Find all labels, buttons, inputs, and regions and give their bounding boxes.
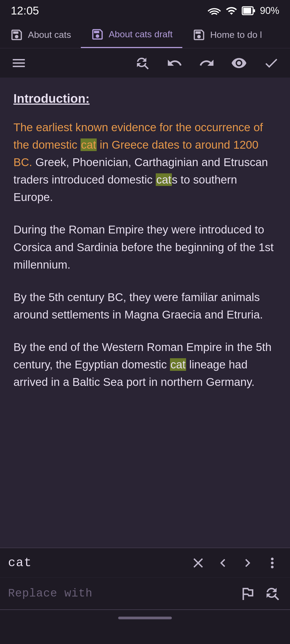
svg-rect-1 — [243, 8, 251, 14]
search-close-button[interactable] — [189, 553, 208, 573]
bottom-nav-bar — [0, 610, 290, 626]
para4-cat-green: cat — [170, 358, 186, 371]
tab-label-2: About cats draft — [109, 29, 173, 39]
tab-label-1: About cats — [28, 30, 71, 40]
document-area: Introduction: The earliest known evidenc… — [0, 78, 290, 547]
menu-icon — [11, 55, 27, 71]
redo-button[interactable] — [196, 52, 218, 74]
home-indicator[interactable] — [118, 617, 172, 619]
status-time: 12:05 — [11, 4, 39, 17]
undo-icon — [166, 55, 183, 71]
doc-para-2: During the Roman Empire they were introd… — [13, 221, 277, 273]
check-button[interactable] — [260, 52, 282, 74]
doc-para-4: By the end of the Western Roman Empire i… — [13, 338, 277, 391]
battery-icon — [242, 5, 256, 17]
chevron-left-icon — [215, 555, 231, 571]
para1-cat-orange-green: cat — [81, 138, 97, 151]
search-row: cat — [0, 548, 290, 578]
more-vert-icon — [264, 555, 280, 571]
check-icon — [263, 55, 279, 71]
search-query[interactable]: cat — [8, 556, 189, 570]
chevron-right-icon — [240, 555, 256, 571]
tab-save-icon-3 — [192, 28, 206, 42]
menu-button[interactable] — [8, 52, 30, 74]
close-icon — [190, 555, 206, 571]
tab-save-icon-2 — [90, 27, 104, 41]
tab-about-cats-draft[interactable]: About cats draft — [81, 21, 182, 48]
search-prev-button[interactable] — [213, 553, 233, 573]
search-next-button[interactable] — [238, 553, 257, 573]
para1-cats-green: cat — [156, 173, 172, 186]
doc-heading: Introduction: — [13, 91, 277, 106]
replace-all-icon — [264, 585, 281, 602]
doc-para-3: By the 5th century BC, they were familia… — [13, 288, 277, 323]
replace-controls — [238, 584, 282, 603]
replace-all-button[interactable] — [263, 584, 282, 603]
status-icons: 90% — [207, 5, 279, 17]
para3-text: By the 5th century BC, they were familia… — [13, 291, 263, 321]
search-area: cat — [0, 548, 290, 610]
find-replace-icon — [134, 55, 150, 71]
tab-label-3: Home to do l — [210, 30, 262, 40]
status-bar: 12:05 90% — [0, 0, 290, 21]
para2-text: During the Roman Empire they were introd… — [13, 223, 274, 271]
wifi-icon — [207, 5, 221, 16]
tab-bar: About cats About cats draft Home to do l — [0, 21, 290, 48]
replace-row: Replace with — [0, 578, 290, 610]
battery-level: 90% — [260, 5, 279, 16]
signal-icon — [226, 5, 237, 17]
redo-icon — [199, 55, 215, 71]
replace-placeholder[interactable]: Replace with — [8, 587, 238, 600]
preview-icon — [231, 55, 247, 71]
doc-para-1: The earliest known evidence for the occu… — [13, 119, 277, 206]
tab-about-cats[interactable]: About cats — [0, 21, 81, 48]
tab-save-icon-1 — [10, 28, 24, 42]
undo-button[interactable] — [164, 52, 185, 74]
replace-icon — [239, 585, 256, 602]
search-controls — [189, 553, 282, 573]
toolbar — [0, 48, 290, 78]
tab-home-todo[interactable]: Home to do l — [182, 21, 272, 48]
preview-button[interactable] — [228, 52, 250, 74]
search-more-button[interactable] — [263, 553, 282, 573]
replace-button[interactable] — [238, 584, 257, 603]
find-replace-button[interactable] — [132, 52, 153, 74]
svg-rect-2 — [253, 9, 255, 12]
